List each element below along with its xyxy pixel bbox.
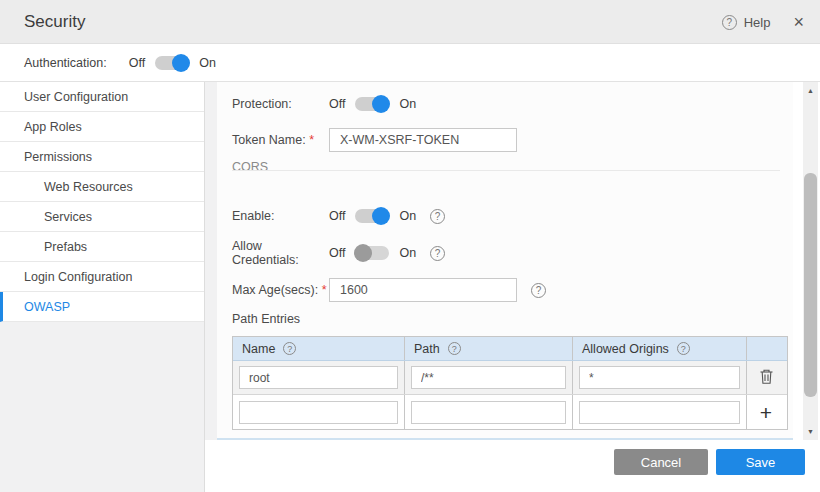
- save-button[interactable]: Save: [716, 449, 805, 475]
- sidebar-item-app-roles[interactable]: App Roles: [0, 112, 204, 142]
- authentication-label: Authentication:: [24, 56, 107, 70]
- authentication-off-label: Off: [129, 56, 145, 70]
- cors-section-label: CORS: [232, 160, 268, 174]
- table-row: +: [233, 395, 787, 429]
- help-icon: ?: [722, 15, 737, 30]
- enable-toggle[interactable]: [355, 209, 389, 223]
- enable-label: Enable:: [232, 209, 329, 223]
- column-header-path: Path ?: [405, 337, 573, 360]
- allowed-origins-column-label: Allowed Origins: [582, 342, 669, 356]
- trash-icon: [759, 368, 774, 388]
- name-column-help-icon[interactable]: ?: [283, 342, 296, 355]
- enable-on-label: On: [399, 209, 416, 223]
- column-header-name: Name ?: [233, 337, 405, 360]
- path-entry-path-input[interactable]: [411, 366, 566, 389]
- row2-path-cell: [405, 395, 573, 429]
- authentication-toggle[interactable]: [155, 56, 189, 70]
- path-entries-table: Name ? Path ? Allowed Origins ?: [232, 336, 788, 430]
- enable-row: Enable: Off On ?: [232, 207, 778, 225]
- path-entries-label: Path Entries: [232, 312, 300, 326]
- sidebar-item-permissions[interactable]: Permissions: [0, 142, 204, 172]
- table-row: [233, 361, 787, 395]
- add-row-button[interactable]: +: [747, 395, 785, 429]
- help-button[interactable]: ? Help: [722, 15, 771, 30]
- authentication-on-label: On: [199, 56, 216, 70]
- scroll-down-arrow[interactable]: ▼: [803, 425, 818, 438]
- token-name-input[interactable]: [329, 128, 517, 152]
- toggle-knob: [172, 54, 190, 72]
- required-marker: *: [322, 283, 327, 297]
- new-entry-origins-input[interactable]: [579, 401, 740, 424]
- plus-icon: +: [760, 402, 772, 423]
- protection-label: Protection:: [232, 97, 329, 111]
- enable-help-icon[interactable]: ?: [430, 209, 445, 224]
- protection-toggle[interactable]: [355, 97, 389, 111]
- new-entry-path-input[interactable]: [411, 401, 566, 424]
- cors-divider: [232, 170, 780, 171]
- help-label: Help: [744, 15, 771, 30]
- max-age-help-icon[interactable]: ?: [531, 283, 546, 298]
- content-scrollbar[interactable]: ▲ ▼: [803, 82, 818, 440]
- toggle-knob: [354, 244, 372, 262]
- max-age-row: Max Age(secs): * ?: [232, 278, 778, 302]
- row2-name-cell: [233, 395, 405, 429]
- path-entries-header-row: Name ? Path ? Allowed Origins ?: [233, 337, 787, 361]
- toggle-knob: [372, 207, 390, 225]
- sidebar-item-web-resources[interactable]: Web Resources: [0, 172, 204, 202]
- page-title: Security: [24, 0, 85, 44]
- authentication-bar: Authentication: Off On: [0, 44, 820, 82]
- path-entry-name-input[interactable]: [239, 366, 398, 389]
- allowed-origins-column-help-icon[interactable]: ?: [677, 342, 690, 355]
- protection-on-label: On: [399, 97, 416, 111]
- allow-credentials-toggle[interactable]: [355, 246, 389, 260]
- token-name-row: Token Name: *: [232, 128, 778, 152]
- sidebar-item-owasp[interactable]: OWASP: [0, 292, 204, 322]
- scroll-cutoff-line: [217, 438, 793, 440]
- sidebar-item-prefabs[interactable]: Prefabs: [0, 232, 204, 262]
- row1-name-cell: [233, 361, 405, 394]
- row1-origins-cell: [573, 361, 747, 394]
- sidebar-item-login-configuration[interactable]: Login Configuration: [0, 262, 204, 292]
- scrollbar-thumb[interactable]: [804, 173, 817, 397]
- sidebar-item-user-configuration[interactable]: User Configuration: [0, 82, 204, 112]
- dialog-header: Security ? Help ×: [0, 0, 820, 44]
- row2-origins-cell: [573, 395, 747, 429]
- cancel-button[interactable]: Cancel: [614, 449, 708, 475]
- scroll-up-arrow[interactable]: ▲: [803, 84, 818, 97]
- sidebar: User Configuration App Roles Permissions…: [0, 82, 205, 492]
- sidebar-item-services[interactable]: Services: [0, 202, 204, 232]
- row2-actions-cell: +: [747, 395, 785, 429]
- max-age-input[interactable]: [329, 278, 517, 302]
- allow-credentials-on-label: On: [399, 246, 416, 260]
- enable-off-label: Off: [329, 209, 345, 223]
- name-column-label: Name: [242, 342, 275, 356]
- sidebar-content-gutter: [205, 82, 217, 440]
- column-header-actions: [747, 337, 785, 360]
- protection-off-label: Off: [329, 97, 345, 111]
- toggle-knob: [372, 95, 390, 113]
- allow-credentials-off-label: Off: [329, 246, 345, 260]
- security-dialog: Security ? Help × Authentication: Off On…: [0, 0, 820, 492]
- new-entry-name-input[interactable]: [239, 401, 398, 424]
- header-actions: ? Help ×: [722, 0, 804, 44]
- path-entry-origins-input[interactable]: [579, 366, 740, 389]
- row1-actions-cell: [747, 361, 785, 394]
- path-column-help-icon[interactable]: ?: [448, 342, 461, 355]
- delete-row-button[interactable]: [747, 361, 785, 394]
- allow-credentials-help-icon[interactable]: ?: [430, 246, 445, 261]
- max-age-label: Max Age(secs): *: [232, 283, 329, 297]
- allow-credentials-label: Allow Credentials:: [232, 239, 329, 267]
- row1-path-cell: [405, 361, 573, 394]
- column-header-allowed-origins: Allowed Origins ?: [573, 337, 747, 360]
- required-marker: *: [309, 133, 314, 147]
- owasp-settings-panel: Protection: Off On Token Name: * CORS En…: [217, 82, 793, 440]
- close-icon[interactable]: ×: [793, 13, 804, 31]
- token-name-label: Token Name: *: [232, 133, 329, 147]
- path-column-label: Path: [414, 342, 440, 356]
- allow-credentials-row: Allow Credentials: Off On ?: [232, 244, 778, 262]
- protection-row: Protection: Off On: [232, 95, 778, 113]
